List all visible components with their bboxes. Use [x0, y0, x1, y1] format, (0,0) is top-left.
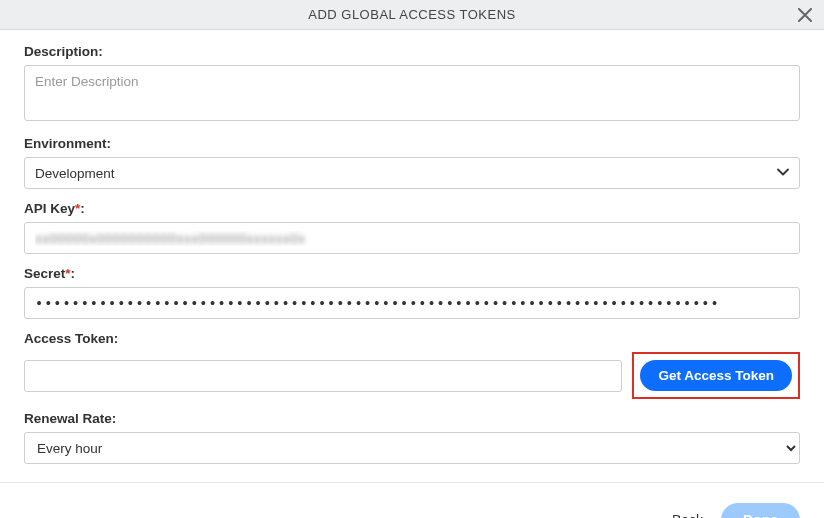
access-token-input[interactable] — [24, 360, 622, 392]
secret-input[interactable] — [24, 287, 800, 319]
field-description: Description: — [24, 44, 800, 124]
access-token-row: Get Access Token — [24, 352, 800, 399]
description-input[interactable] — [24, 65, 800, 121]
label-secret-text: Secret — [24, 266, 65, 281]
label-colon: : — [71, 266, 76, 281]
form-body: Description: Environment: Development AP… — [0, 30, 824, 476]
close-icon[interactable] — [796, 6, 814, 24]
field-environment: Environment: Development — [24, 136, 800, 189]
label-renewal-rate: Renewal Rate: — [24, 411, 800, 426]
dialog-footer: Back Done — [0, 483, 824, 518]
get-access-token-button[interactable]: Get Access Token — [640, 360, 792, 391]
api-key-input[interactable] — [24, 222, 800, 254]
field-access-token: Access Token: Get Access Token — [24, 331, 800, 399]
dialog-header: ADD GLOBAL ACCESS TOKENS — [0, 0, 824, 30]
field-secret: Secret*: — [24, 266, 800, 319]
renewal-rate-select[interactable]: Every hour — [24, 432, 800, 464]
field-renewal-rate: Renewal Rate: Every hour — [24, 411, 800, 464]
label-api-key: API Key*: — [24, 201, 800, 216]
dialog-title: ADD GLOBAL ACCESS TOKENS — [0, 7, 824, 22]
done-button[interactable]: Done — [721, 503, 800, 518]
label-access-token: Access Token: — [24, 331, 800, 346]
label-colon: : — [80, 201, 85, 216]
environment-value: Development — [24, 157, 800, 189]
label-secret: Secret*: — [24, 266, 800, 281]
highlight-box: Get Access Token — [632, 352, 800, 399]
field-api-key: API Key*: — [24, 201, 800, 254]
environment-select[interactable]: Development — [24, 157, 800, 189]
label-environment: Environment: — [24, 136, 800, 151]
label-api-key-text: API Key — [24, 201, 75, 216]
label-description: Description: — [24, 44, 800, 59]
back-button[interactable]: Back — [672, 512, 703, 518]
